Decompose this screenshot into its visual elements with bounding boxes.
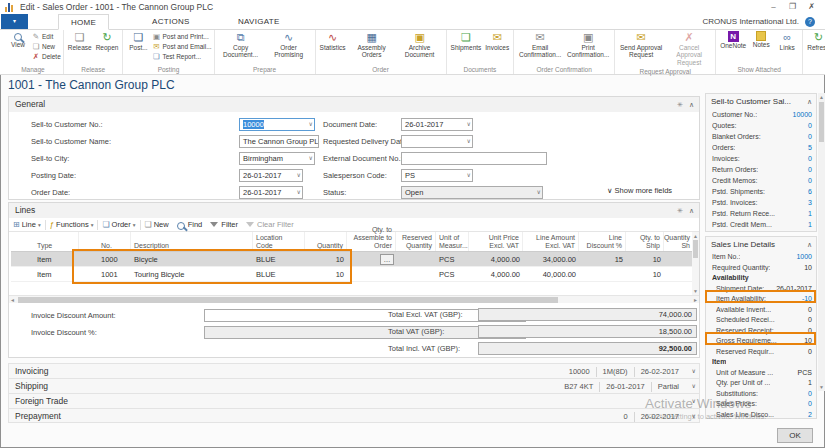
- cell-qty-to-ship[interactable]: 10: [626, 252, 664, 266]
- item-value-link[interactable]: 0: [808, 175, 812, 186]
- release-button[interactable]: ❏Release: [66, 30, 94, 52]
- external-document-no-field[interactable]: [401, 152, 547, 165]
- cell-reserved-quantity[interactable]: [396, 252, 436, 266]
- prepayment-fasttab[interactable]: Prepayment 0 26-02-2017 ∨: [8, 408, 700, 423]
- test-report-button[interactable]: ❏Test Report...: [151, 51, 211, 61]
- column-header-type[interactable]: Type: [11, 232, 79, 251]
- column-header-qty-to-assemble[interactable]: Qty. to Assemble to Order: [347, 232, 396, 251]
- sell-to-customer-no-field[interactable]: 10000∨: [239, 118, 315, 131]
- salesperson-code-field[interactable]: PS∨: [401, 169, 473, 182]
- item-value-link[interactable]: 3: [808, 197, 812, 208]
- column-header-line-discount[interactable]: Line Discount %: [579, 232, 626, 251]
- post-and-print-button[interactable]: ▣Post and Print...: [151, 31, 211, 41]
- tab-navigate[interactable]: NAVIGATE: [226, 14, 292, 30]
- minimize-button[interactable]: –: [764, 0, 783, 13]
- cell-line-amount[interactable]: 34,000.00: [523, 252, 579, 266]
- window-vertical-scrollbar[interactable]: ▲ ▼: [818, 93, 825, 391]
- cell-type[interactable]: Item: [11, 252, 79, 266]
- scroll-up-icon[interactable]: ▲: [818, 94, 825, 100]
- close-button[interactable]: ✗: [802, 0, 821, 13]
- help-icon[interactable]: ?: [805, 17, 815, 27]
- item-value-link[interactable]: 0: [808, 120, 812, 131]
- gear-icon[interactable]: ✳: [677, 97, 683, 112]
- cell-quantity-shipped[interactable]: [664, 267, 694, 281]
- posting-date-field[interactable]: 26-01-2017∨: [239, 169, 303, 182]
- item-value-link[interactable]: 5: [808, 142, 812, 153]
- chevron-down-icon[interactable]: ∨: [309, 119, 313, 130]
- order-date-field[interactable]: 26-01-2017∨: [239, 186, 303, 199]
- new-button[interactable]: ❏New: [31, 41, 61, 51]
- line-menu-button[interactable]: ⊞Line▾: [9, 218, 45, 231]
- assist-edit-button[interactable]: …: [380, 254, 394, 265]
- lines-fasttab-header[interactable]: Lines ✳ ∧: [9, 203, 699, 218]
- cell-unit-of-measure[interactable]: PCS: [436, 252, 469, 266]
- column-header-reserved-quantity[interactable]: Reserved Quantity: [396, 232, 436, 251]
- clear-filter-toolbar-button[interactable]: Clear Filter: [242, 218, 298, 231]
- assembly-orders-button[interactable]: ▦Assembly Orders: [348, 30, 396, 60]
- collapse-icon[interactable]: ∧: [807, 94, 812, 109]
- email-confirmation-button[interactable]: ✉Email Confirmation...: [516, 30, 564, 60]
- functions-menu-button[interactable]: ƒFunctions▾: [46, 218, 98, 231]
- chevron-down-icon[interactable]: ∨: [692, 394, 696, 409]
- send-approval-request-button[interactable]: ✉Send Approval Request: [617, 30, 665, 60]
- cell-qty-to-assemble[interactable]: …: [347, 252, 396, 266]
- lines-vertical-scrollbar[interactable]: ▲ ▼: [692, 232, 699, 295]
- notes-button[interactable]: Notes: [748, 30, 774, 49]
- collapse-icon[interactable]: ∧: [689, 97, 694, 112]
- cell-qty-to-assemble[interactable]: [347, 267, 396, 281]
- chevron-down-icon[interactable]: ∨: [467, 119, 471, 130]
- foreign-trade-fasttab[interactable]: Foreign Trade ∨: [8, 393, 700, 408]
- view-button[interactable]: View: [5, 30, 31, 49]
- archive-document-button[interactable]: ▣Archive Document: [396, 30, 444, 60]
- shipping-fasttab[interactable]: Shipping B27 4KT 26-01-2017 Partial ∨: [8, 378, 700, 393]
- gear-icon[interactable]: ✳: [677, 203, 683, 218]
- edit-button[interactable]: ✎Edit: [31, 31, 61, 41]
- item-value-link[interactable]: 0: [808, 389, 812, 400]
- ok-button[interactable]: OK: [777, 428, 813, 443]
- requested-delivery-date-field[interactable]: ∨: [401, 135, 473, 148]
- cell-unit-price[interactable]: 4,000.00: [469, 252, 523, 266]
- onenote-button[interactable]: NOneNote: [718, 30, 748, 50]
- item-value-link[interactable]: 1: [808, 219, 812, 230]
- show-more-fields-link[interactable]: ∨ Show more fields: [607, 186, 672, 195]
- item-value-link[interactable]: 0: [808, 399, 812, 410]
- cell-type[interactable]: Item: [11, 267, 79, 281]
- cell-line-discount[interactable]: 15: [579, 252, 626, 266]
- scroll-down-icon[interactable]: ▼: [818, 384, 825, 390]
- filter-button[interactable]: Filter: [206, 218, 242, 231]
- find-button[interactable]: Find: [173, 218, 207, 231]
- sell-to-city-field[interactable]: Birmingham∨: [239, 152, 315, 165]
- app-menu-button[interactable]: ▾: [1, 14, 28, 29]
- cell-line-discount[interactable]: [579, 267, 626, 281]
- cell-reserved-quantity[interactable]: [396, 267, 436, 281]
- general-fasttab-header[interactable]: General ✳ ∧: [9, 97, 699, 112]
- order-menu-button[interactable]: ❏Order▾: [98, 218, 139, 231]
- item-value-link[interactable]: 1000: [796, 252, 812, 263]
- cell-quantity-shipped[interactable]: [664, 252, 694, 266]
- new-line-button[interactable]: ❏New: [141, 218, 173, 231]
- chevron-down-icon[interactable]: ∨: [467, 136, 471, 147]
- item-value-link[interactable]: 2: [808, 410, 812, 421]
- item-value-link[interactable]: 6: [808, 186, 812, 197]
- scroll-up-icon[interactable]: ▲: [692, 233, 699, 239]
- column-header-quantity-shipped[interactable]: Quantity Sh: [664, 232, 694, 251]
- item-value-link[interactable]: 0: [808, 164, 812, 175]
- chevron-down-icon[interactable]: ∨: [692, 379, 696, 394]
- lines-horizontal-scrollbar[interactable]: ◄ ►: [9, 295, 699, 303]
- column-header-line-amount[interactable]: Line Amount Excl. VAT: [523, 232, 579, 251]
- scrollbar-thumb[interactable]: [693, 240, 698, 258]
- column-header-unit-of-measure[interactable]: Unit of Measur...: [436, 232, 469, 251]
- statistics-button[interactable]: ∿Statistics: [318, 30, 348, 52]
- post-button[interactable]: ❏Post...: [125, 30, 151, 52]
- chevron-down-icon[interactable]: ∨: [467, 170, 471, 181]
- scroll-down-icon[interactable]: ▼: [692, 288, 699, 294]
- item-value-link[interactable]: 1: [808, 208, 812, 219]
- refresh-button[interactable]: ↻Refresh: [805, 30, 825, 52]
- cell-qty-to-ship[interactable]: 10: [626, 267, 664, 281]
- order-promising-button[interactable]: ∿Order Promising: [265, 30, 313, 60]
- item-value-link[interactable]: 0: [808, 153, 812, 164]
- chevron-down-icon[interactable]: ∨: [692, 364, 696, 379]
- item-value-link[interactable]: 10000: [793, 109, 812, 120]
- delete-button[interactable]: ✗Delete: [31, 51, 61, 61]
- invoicing-fasttab[interactable]: Invoicing 10000 1M(8D) 26-02-2017 ∨: [8, 363, 700, 378]
